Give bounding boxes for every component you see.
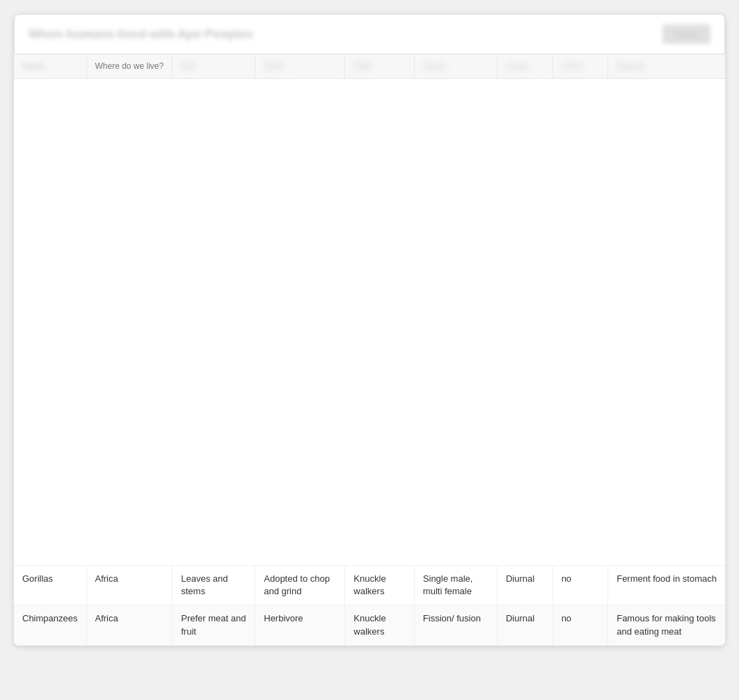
today-button[interactable]: Today — [662, 24, 710, 44]
cell-chimps-active: Diurnal — [497, 605, 553, 645]
cell-chimps-name: Chimpanzees — [14, 605, 86, 645]
main-container: When humans lived with Ape Peoples Today… — [14, 14, 725, 646]
col-header-teeth: Teeth — [255, 54, 345, 79]
table-row-gorillas: Gorillas Africa Leaves and stems Adopted… — [14, 566, 725, 605]
cell-gorillas-active: Diurnal — [497, 566, 553, 605]
column-headers-wrapper: Name Where do we live? Diet Teeth Walk — [14, 54, 725, 646]
col-header-name: Name — [14, 54, 86, 79]
col-header-active: Active — [497, 54, 553, 79]
cell-gorillas-teeth: Adopted to chop and grind — [255, 566, 345, 605]
cell-chimps-where: Africa — [86, 605, 173, 645]
cell-gorillas-where: Africa — [86, 566, 173, 605]
cell-gorillas-climb: no — [553, 566, 608, 605]
page-wrapper: When humans lived with Ape Peoples Today… — [0, 14, 739, 700]
cell-chimps-diet: Prefer meat and fruit — [173, 605, 255, 645]
col-header-diet: Diet — [173, 54, 255, 79]
header-bar: When humans lived with Ape Peoples Today — [14, 14, 725, 54]
col-header-social: Social — [414, 54, 497, 79]
table-header-row: Name Where do we live? Diet Teeth Walk — [14, 54, 725, 79]
data-table: Name Where do we live? Diet Teeth Walk — [14, 54, 725, 646]
cell-gorillas-diet: Leaves and stems — [173, 566, 255, 605]
col-header-special: Special — [608, 54, 725, 79]
empty-row-1 — [14, 79, 725, 566]
cell-chimps-climb: no — [553, 605, 608, 645]
col-header-climb: Climb — [553, 54, 608, 79]
header-title: When humans lived with Ape Peoples — [29, 27, 651, 42]
col-header-where: Where do we live? — [86, 54, 173, 79]
cell-chimps-walk: Knuckle walkers — [345, 605, 414, 645]
col-header-walk: Walk — [345, 54, 414, 79]
cell-chimps-teeth: Herbivore — [255, 605, 345, 645]
cell-gorillas-name: Gorillas — [14, 566, 86, 605]
cell-chimps-special: Famous for making tools and eating meat — [608, 605, 725, 645]
table-row-chimpanzees: Chimpanzees Africa Prefer meat and fruit… — [14, 605, 725, 645]
cell-gorillas-walk: Knuckle walkers — [345, 566, 414, 605]
cell-gorillas-social: Single male, multi female — [414, 566, 497, 605]
cell-chimps-social: Fission/ fusion — [414, 605, 497, 645]
cell-gorillas-special: Ferment food in stomach — [608, 566, 725, 605]
